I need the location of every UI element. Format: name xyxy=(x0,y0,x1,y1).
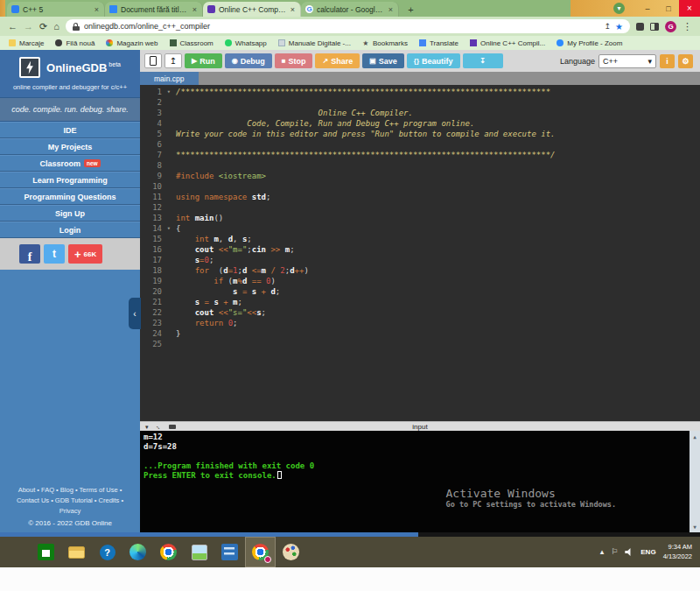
tab-search-icon[interactable]: ▾ xyxy=(613,3,625,14)
side-panel-icon[interactable] xyxy=(650,23,659,31)
debug-button[interactable]: ◉Debug xyxy=(225,53,272,68)
taskbar-file-explorer-icon[interactable] xyxy=(61,537,92,567)
browser-tab[interactable]: Document fără titlu - Documente× xyxy=(105,2,203,17)
bookmark-item[interactable]: Online C++ Compil... xyxy=(470,39,545,47)
bookmark-item[interactable]: My Profile - Zoom xyxy=(556,39,622,47)
taskbar-chrome-active-icon[interactable] xyxy=(245,537,276,567)
beautify-button[interactable]: {}Beautify xyxy=(407,53,460,68)
code-line[interactable]: Code, Compile, Run and Debug C++ program… xyxy=(176,118,700,129)
taskbar-photos-icon[interactable] xyxy=(184,537,214,567)
sidebar-collapse-handle[interactable]: ‹ xyxy=(129,298,141,329)
code-line[interactable]: using namespace std; xyxy=(176,192,700,202)
back-icon[interactable]: ← xyxy=(8,22,18,32)
code-line[interactable]: int m, d, s; xyxy=(176,234,700,244)
code-line[interactable]: #include <iostream> xyxy=(176,171,700,181)
language-select[interactable]: C++ ▾ xyxy=(598,54,656,68)
clock[interactable]: 9:34 AM 4/13/2022 xyxy=(663,543,692,560)
code-line[interactable] xyxy=(176,97,700,108)
code-line[interactable]: cout <<"s="<<s; xyxy=(176,307,700,318)
profile-avatar[interactable]: G xyxy=(665,21,676,32)
scroll-up-icon[interactable]: ▲ xyxy=(693,432,696,441)
code-line[interactable]: s=0; xyxy=(176,255,700,265)
browser-tab[interactable]: Online C++ Compiler - online e…× xyxy=(203,2,301,17)
code-line[interactable]: for (d=1;d <=m / 2;d++) xyxy=(176,265,700,276)
tray-chevron-up-icon[interactable]: ▴ xyxy=(600,548,605,556)
code-line[interactable]: /***************************************… xyxy=(176,87,700,97)
minimize-button[interactable]: – xyxy=(637,0,658,17)
stop-button[interactable]: ■Stop xyxy=(275,53,313,68)
code-line[interactable]: Write your code in this editor and press… xyxy=(176,129,700,139)
twitter-icon[interactable]: t xyxy=(44,244,65,264)
bookmark-star-icon[interactable]: ★ xyxy=(615,22,623,32)
bookmark-item[interactable]: ★Bookmarks xyxy=(362,39,408,47)
sidebar-item-my-projects[interactable]: My Projects xyxy=(0,138,140,155)
code-line[interactable]: return 0; xyxy=(176,318,700,328)
keyboard-language[interactable]: ENG xyxy=(640,548,655,556)
code-line[interactable]: int main() xyxy=(176,213,700,223)
run-button[interactable]: ▶Run xyxy=(185,53,222,68)
open-file-button[interactable]: ↥ xyxy=(164,53,182,68)
tab-close-icon[interactable]: × xyxy=(388,5,394,14)
code-line[interactable]: s = s + d; xyxy=(176,286,700,297)
file-tab-main-cpp[interactable]: main.cpp xyxy=(140,72,199,85)
sidebar-item-ide[interactable]: IDE xyxy=(0,122,140,138)
code-line[interactable] xyxy=(176,339,700,349)
code-line[interactable]: s = s + m; xyxy=(176,297,700,307)
editor-code[interactable]: /***************************************… xyxy=(172,87,700,421)
extensions-icon[interactable] xyxy=(636,23,644,31)
taskbar-chrome-icon[interactable] xyxy=(153,537,184,567)
code-line[interactable]: if (m%d == 0) xyxy=(176,276,700,286)
sidebar-item-sign-up[interactable]: Sign Up xyxy=(0,205,140,222)
code-line[interactable] xyxy=(176,181,700,192)
settings-button[interactable]: ⚙ xyxy=(678,54,693,68)
share-count-button[interactable]: + 66K xyxy=(68,244,102,264)
sidebar-item-programming-questions[interactable]: Programming Questions xyxy=(0,188,140,205)
download-button[interactable]: ↧ xyxy=(463,53,503,68)
tab-close-icon[interactable]: × xyxy=(94,5,100,14)
sidebar-footer-links[interactable]: About • FAQ • Blog • Terms of Use • Cont… xyxy=(0,485,140,517)
bookmark-item[interactable]: Magazin web xyxy=(106,39,158,47)
new-file-button[interactable] xyxy=(144,53,162,68)
bookmark-item[interactable]: Manuale Digitale -... xyxy=(278,39,351,47)
taskbar-help-icon[interactable]: ? xyxy=(92,537,122,567)
bookmark-item[interactable]: Classroom xyxy=(170,39,214,47)
taskbar-paint-icon[interactable] xyxy=(276,537,306,567)
code-line[interactable] xyxy=(176,139,700,150)
new-tab-button[interactable]: + xyxy=(404,3,417,16)
code-line[interactable] xyxy=(176,202,700,213)
share-button[interactable]: ↗Share xyxy=(315,53,360,68)
taskbar-start-icon[interactable] xyxy=(0,537,31,567)
code-editor[interactable]: 1▾234567891011121314▾1516171819202122232… xyxy=(140,85,700,421)
fold-caret-icon[interactable]: ▾ xyxy=(167,223,171,234)
reload-icon[interactable]: ⟳ xyxy=(39,22,47,32)
browser-tab[interactable]: C++ 5× xyxy=(7,2,105,17)
fold-caret-icon[interactable]: ▾ xyxy=(167,87,171,97)
browser-tab[interactable]: Gcalculator - Google Search× xyxy=(301,2,399,17)
tab-close-icon[interactable]: × xyxy=(192,5,198,14)
address-bar[interactable]: onlinegdb.com/online_c++_compiler ↥ ★ xyxy=(66,19,630,33)
tab-close-icon[interactable]: × xyxy=(290,5,296,14)
console-scrollbar[interactable]: ▲ ▼ xyxy=(690,431,700,532)
facebook-icon[interactable]: f xyxy=(19,244,40,264)
maximize-button[interactable]: □ xyxy=(658,0,679,17)
bookmark-item[interactable]: Translate xyxy=(419,39,458,47)
scroll-down-icon[interactable]: ▼ xyxy=(693,522,696,531)
close-button[interactable]: × xyxy=(679,0,700,17)
sidebar-item-classroom[interactable]: Classroomnew xyxy=(0,155,140,172)
sidebar-item-learn-programming[interactable]: Learn Programming xyxy=(0,172,140,188)
url-text[interactable]: onlinegdb.com/online_c++_compiler xyxy=(84,22,600,31)
code-line[interactable] xyxy=(176,160,700,171)
forward-icon[interactable]: → xyxy=(24,22,33,32)
action-center-flag-icon[interactable]: ⚐ xyxy=(611,548,618,556)
code-line[interactable]: Online C++ Compiler. xyxy=(176,108,700,118)
save-button[interactable]: ▣Save xyxy=(362,53,404,68)
code-line[interactable]: ****************************************… xyxy=(176,150,700,160)
info-button[interactable]: i xyxy=(660,54,675,68)
sidebar-item-login[interactable]: Login xyxy=(0,222,140,238)
console-output[interactable]: m=12d=7s=28...Program finished with exit… xyxy=(140,431,700,532)
share-page-icon[interactable]: ↥ xyxy=(604,22,611,31)
taskbar-settings-icon[interactable] xyxy=(214,537,245,567)
speaker-icon[interactable] xyxy=(625,548,634,556)
code-line[interactable]: } xyxy=(176,328,700,339)
taskbar-store-icon[interactable] xyxy=(31,537,61,567)
